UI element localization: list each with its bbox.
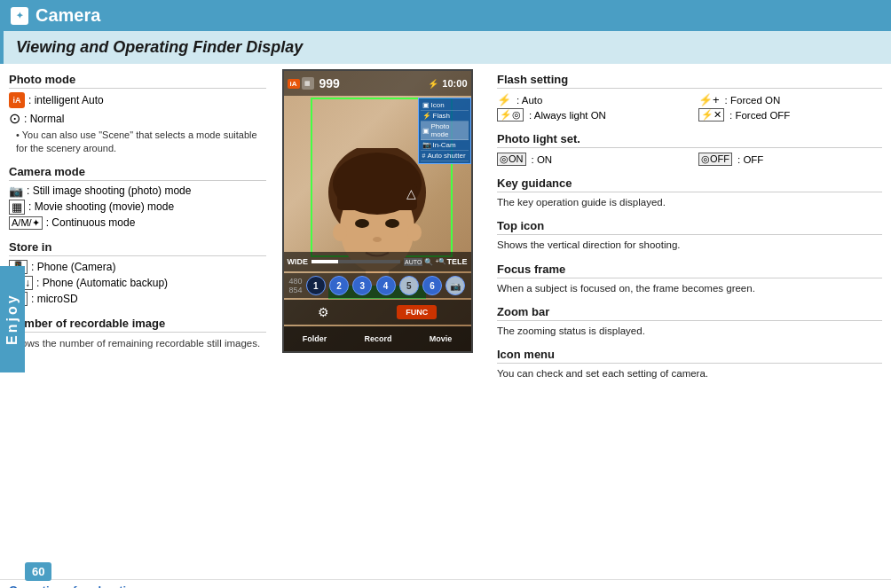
cam-shot-count: 999 <box>319 76 340 90</box>
store-in-phone-row: 📱 : Phone (Camera) <box>9 260 266 274</box>
cam-icon1: ▦ <box>302 77 314 90</box>
cam-menu-icon-item: ▣ Icon <box>421 100 469 111</box>
key-guidance-title: Key guidance <box>497 176 882 192</box>
zoom-bar-text: The zooming status is displayed. <box>497 324 882 339</box>
cam-menu-flash-item: ⚡ Flash <box>421 111 469 122</box>
photo-mode-ia-row: iA : intelligent Auto <box>9 92 266 108</box>
flash-always-text: : Always light ON <box>529 110 606 121</box>
section-title-bar: Viewing and Operating Finder Display <box>0 31 891 64</box>
store-in-micro-text: : microSD <box>31 293 78 305</box>
cam-num-6: 6 <box>422 276 442 295</box>
cam-func-bar: ⚙ FUNC <box>284 300 471 325</box>
photo-light-off-row: ◎OFF : OFF <box>698 153 882 166</box>
photo-light-on-text: : ON <box>532 154 553 165</box>
photo-light-on-row: ◎ON : ON <box>497 153 681 166</box>
photo-light-off-text: : OFF <box>737 154 763 165</box>
cam-time: 10:00 <box>442 78 467 89</box>
flash-setting-rows: ⚡ : Auto ⚡◎ : Always light ON ⚡+ : Force… <box>497 91 882 123</box>
photo-mode-normal-row: ⊙ : Normal <box>9 110 266 127</box>
cam-zoom-bar-area: WIDE AUTO 🔍 +🔍 TELE <box>284 252 471 271</box>
page-header: ✦ Camera <box>0 0 891 31</box>
cam-zoom-icon1: AUTO <box>404 258 422 266</box>
flash-auto-row: ⚡ : Auto <box>497 93 681 106</box>
flash-forced-on-row: ⚡+ : Forced ON <box>698 93 882 106</box>
focus-frame-section: Focus frame When a subject is focused on… <box>497 263 882 296</box>
cam-auto-label: # <box>422 153 426 159</box>
cam-flash-label: ⚡ <box>422 112 431 120</box>
icon-menu-title: Icon menu <box>497 348 882 364</box>
svg-point-9 <box>333 223 347 241</box>
top-icon-section: Top icon Shows the vertical direction fo… <box>497 219 882 253</box>
cam-record-btn: FUNC <box>397 305 437 319</box>
cam-menu-incam-item: 📷 In-Cam <box>421 140 469 151</box>
svg-rect-3 <box>337 184 417 210</box>
flash-setting-title: Flash setting <box>497 73 882 89</box>
operations-title: Operations for shooting <box>9 584 882 588</box>
svg-point-4 <box>355 219 369 228</box>
cam-num-7: 📷 <box>446 276 465 295</box>
cam-top-left: iA ▦ 999 <box>288 76 340 90</box>
top-icon-title: Top icon <box>497 219 882 235</box>
continuous-mode-icon: A/M/✦ <box>9 216 43 230</box>
zoom-bar-title: Zoom bar <box>497 305 882 321</box>
cam-zoom-icons: AUTO 🔍 +🔍 <box>404 258 446 266</box>
top-icon-text: Shows the vertical direction for shootin… <box>497 238 882 253</box>
flash-always-row: ⚡◎ : Always light ON <box>497 108 681 122</box>
camera-mode-photo-text: : Still image shooting (photo) mode <box>27 184 191 197</box>
cam-icon-label: ▣ <box>422 101 430 109</box>
icon-menu-text: You can check and set each setting of ca… <box>497 366 882 381</box>
flash-right-col: ⚡+ : Forced ON ⚡✕ : Forced OFF <box>698 91 882 123</box>
cam-num-1: 1 <box>306 276 326 295</box>
photo-mode-normal-text: : Normal <box>24 113 64 125</box>
photo-mode-title: Photo mode <box>9 73 266 89</box>
section-title: Viewing and Operating Finder Display <box>16 38 303 56</box>
flash-forced-off-icon: ⚡✕ <box>698 108 724 122</box>
cam-photo-label: ▣ <box>422 127 430 135</box>
cam-num-2: 2 <box>329 276 349 295</box>
main-content: Photo mode iA : intelligent Auto ⊙ : Nor… <box>0 64 891 579</box>
photo-light-rows: ◎ON : ON ◎OFF : OFF <box>497 151 882 168</box>
store-in-section: Store in 📱 : Phone (Camera) 📱↓ : Phone (… <box>9 240 266 308</box>
cam-tele-label: TELE <box>446 257 467 266</box>
sidebar-tab: Enjoy <box>0 266 25 372</box>
camera-mode-continuous-text: : Continuous mode <box>46 216 136 229</box>
cam-menu-photo-item: ▣ Photo mode <box>421 122 469 140</box>
store-in-micro-row: 💾 : microSD <box>9 292 266 306</box>
recordable-section: Number of recordable image Shows the num… <box>9 317 266 350</box>
cam-icon-text: Icon <box>431 101 445 109</box>
flash-forced-off-text: : Forced OFF <box>729 110 790 121</box>
flash-always-icon: ⚡◎ <box>497 108 524 122</box>
cam-sidebar-menu: ▣ Icon ⚡ Flash ▣ Photo mode 📷 In-Cam # <box>418 98 471 164</box>
movie-mode-icon: ▦ <box>9 200 25 215</box>
icon-menu-section: Icon menu You can check and set each set… <box>497 348 882 381</box>
cam-auto-text: Auto shutter <box>427 152 465 160</box>
svg-point-6 <box>373 237 382 242</box>
cam-num-5: 5 <box>399 276 419 295</box>
photo-light-on-col: ◎ON : ON <box>497 151 681 168</box>
cam-menu-auto-item: # Auto shutter <box>421 151 469 161</box>
cam-num-3: 3 <box>352 276 372 295</box>
flash-forced-off-row: ⚡✕ : Forced OFF <box>698 108 882 122</box>
cam-folder-btn: Folder <box>303 334 327 343</box>
flash-setting-section: Flash setting ⚡ : Auto ⚡◎ : Always light… <box>497 73 882 123</box>
focus-frame-text: When a subject is focused on, the frame … <box>497 281 882 296</box>
normal-icon: ⊙ <box>9 110 20 127</box>
store-in-auto-row: 📱↓ : Phone (Automatic backup) <box>9 276 266 290</box>
camera-mode-title: Camera mode <box>9 165 266 181</box>
store-in-phone-text: : Phone (Camera) <box>31 261 115 273</box>
page-title: Camera <box>35 5 100 26</box>
camera-mode-continuous-row: A/M/✦ : Continuous mode <box>9 216 266 230</box>
store-in-title: Store in <box>9 240 266 256</box>
photo-light-off-col: ◎OFF : OFF <box>698 151 882 168</box>
photo-light-title: Photo light set. <box>497 132 882 148</box>
photo-mode-icon: 📷 <box>9 184 23 198</box>
cam-num-4: 4 <box>376 276 396 295</box>
photo-light-off-icon: ◎OFF <box>698 153 732 166</box>
page-number: 60 <box>25 562 51 581</box>
camera-display: iA ▦ 999 ⚡ 10:00 <box>275 69 479 574</box>
cam-number-row: 480854 1 2 3 4 5 6 📷 <box>284 273 471 298</box>
flash-forced-on-icon: ⚡+ <box>698 93 720 106</box>
photo-mode-section: Photo mode iA : intelligent Auto ⊙ : Nor… <box>9 73 266 156</box>
photo-mode-scene-text: • You can also use "Scene" that selects … <box>9 129 266 156</box>
cam-zoom-icon2: 🔍 <box>424 258 433 266</box>
